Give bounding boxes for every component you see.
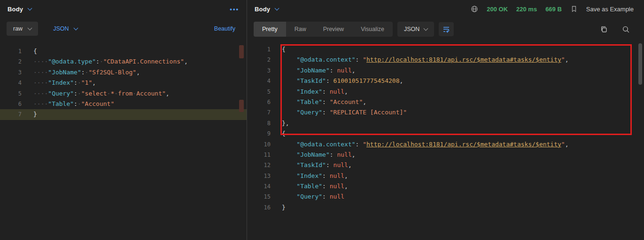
response-body-selector[interactable]: Body: [255, 6, 279, 13]
code-text: }: [33, 109, 37, 120]
chevron-down-icon: [424, 26, 428, 31]
line-number: 2: [247, 55, 282, 65]
code-line: 9{: [247, 128, 644, 139]
line-number: 6: [247, 97, 282, 107]
code-text: {: [282, 44, 286, 55]
code-text: "Index": null,: [282, 171, 348, 181]
code-text: "@odata.context": "http://localhost:8181…: [282, 55, 569, 65]
code-text: "JobName": null,: [282, 65, 356, 76]
chevron-down-icon: [28, 25, 32, 30]
response-meta: 200 OK 220 ms 669 B Save as Example: [471, 5, 634, 13]
code-line: 13 "Index": null,: [247, 171, 644, 181]
code-line: 15 "Query": null: [247, 192, 644, 202]
code-text: "JobName": null,: [282, 150, 356, 160]
line-number: 5: [0, 88, 33, 99]
code-text: {: [282, 128, 286, 139]
code-line[interactable]: 3····"JobName":·"Sf2SQL-Blog",: [0, 67, 247, 78]
line-number: 4: [0, 78, 33, 88]
code-line: 5 "Index": null,: [247, 87, 644, 97]
response-body-title[interactable]: Body: [255, 6, 270, 13]
code-line[interactable]: 6····"Table":·"Account": [0, 99, 247, 109]
chevron-down-icon: [73, 25, 78, 30]
code-text: ····"Query":·"select·*·from·Account",: [33, 88, 170, 99]
postman-window: Body ••• raw JSON Beautify 1{2····"@odat…: [0, 0, 644, 240]
copy-icon[interactable]: [598, 24, 610, 35]
request-language-selector[interactable]: JSON: [50, 25, 80, 32]
response-scrollbar-thumb[interactable]: [638, 43, 642, 85]
request-body-title[interactable]: Body: [8, 6, 23, 13]
body-type-value: raw: [13, 25, 23, 32]
line-number: 4: [247, 76, 282, 86]
request-code-lines: 1{2····"@odata.type":·"CDataAPI.Connecti…: [0, 46, 247, 120]
status-badge[interactable]: 200 OK: [487, 6, 508, 13]
response-url-link[interactable]: http://localhost:8181/api.rsc/$metadata#…: [366, 56, 561, 63]
code-text: "Table": "Account",: [282, 97, 366, 107]
response-language-value: JSON: [404, 26, 419, 32]
response-code-lines: 1{2 "@odata.context": "http://localhost:…: [247, 44, 644, 213]
editor-scrollbar-thumb[interactable]: [239, 45, 244, 58]
code-line[interactable]: 5····"Query":·"select·*·from·Account",: [0, 88, 247, 99]
line-number: 14: [247, 181, 282, 192]
code-line: 3 "JobName": null,: [247, 65, 644, 76]
line-number: 6: [0, 99, 33, 109]
line-number: 3: [0, 67, 33, 78]
line-number: 7: [247, 107, 282, 118]
line-number: 13: [247, 171, 282, 181]
request-body-toolbar: raw JSON Beautify: [0, 18, 247, 40]
line-number: 15: [247, 192, 282, 202]
line-number: 8: [247, 118, 282, 128]
request-language-value: JSON: [53, 25, 69, 32]
response-body-panel: Body 200 OK 220 ms 669 B Save as Exampl: [247, 0, 644, 240]
line-number: 3: [247, 65, 282, 76]
more-options-button[interactable]: •••: [230, 6, 239, 13]
globe-icon[interactable]: [471, 5, 478, 13]
code-line[interactable]: 2····"@odata.type":·"CDataAPI.Connection…: [0, 56, 247, 67]
code-line: 12 "TaskId": null,: [247, 160, 644, 170]
tab-pretty[interactable]: Pretty: [254, 22, 286, 37]
code-text: "TaskId": null,: [282, 160, 352, 170]
line-number: 11: [247, 150, 282, 160]
line-number: 2: [0, 56, 33, 67]
code-line: 1{: [247, 44, 644, 55]
line-number: 5: [247, 87, 282, 97]
code-line: 8},: [247, 118, 644, 128]
tab-visualize[interactable]: Visualize: [352, 22, 393, 37]
line-number: 1: [0, 46, 33, 56]
code-line: 6 "Table": "Account",: [247, 97, 644, 107]
request-body-header: Body •••: [0, 0, 247, 18]
code-text: },: [282, 118, 289, 128]
code-line: 14 "Table": null,: [247, 181, 644, 192]
code-text: }: [282, 202, 286, 213]
code-line[interactable]: 7}: [0, 109, 247, 120]
save-as-example-button[interactable]: Save as Example: [586, 6, 634, 13]
response-view-tabs: PrettyRawPreviewVisualize: [254, 22, 393, 37]
code-line: 7 "Query": "REPLICATE [Account]": [247, 107, 644, 118]
line-number: 9: [247, 128, 282, 139]
tab-preview[interactable]: Preview: [315, 22, 352, 37]
editor-active-line-marker: [239, 100, 244, 112]
line-number: 16: [247, 202, 282, 213]
code-text: {: [33, 46, 37, 56]
code-text: ····"Index":·"1",: [33, 78, 96, 88]
wrap-text-button[interactable]: [439, 22, 454, 36]
code-text: "Query": "REPLICATE [Account]": [282, 107, 407, 118]
search-icon[interactable]: [620, 24, 632, 35]
save-icon: [570, 5, 578, 13]
response-time[interactable]: 220 ms: [516, 6, 537, 13]
response-language-selector[interactable]: JSON: [397, 22, 434, 37]
response-tabs-row: PrettyRawPreviewVisualize JSON: [247, 18, 644, 40]
request-body-editor[interactable]: 1{2····"@odata.type":·"CDataAPI.Connecti…: [0, 40, 247, 240]
body-type-selector[interactable]: raw: [7, 22, 38, 36]
code-text: "@odata.context": "http://localhost:8181…: [282, 139, 569, 150]
code-text: "TaskId": 610010517775454208,: [282, 76, 403, 86]
code-text: ····"@odata.type":·"CDataAPI.Connections…: [33, 56, 188, 67]
code-line[interactable]: 1{: [0, 46, 247, 56]
code-line[interactable]: 4····"Index":·"1",: [0, 78, 247, 88]
response-url-link[interactable]: http://localhost:8181/api.rsc/$metadata#…: [366, 141, 561, 148]
response-body-header: Body 200 OK 220 ms 669 B Save as Exampl: [247, 0, 644, 18]
request-body-selector[interactable]: Body: [8, 6, 31, 13]
request-body-panel: Body ••• raw JSON Beautify 1{2····"@odat…: [0, 0, 247, 240]
tab-raw[interactable]: Raw: [286, 22, 315, 37]
response-size[interactable]: 669 B: [545, 6, 562, 13]
beautify-button[interactable]: Beautify: [214, 25, 235, 32]
